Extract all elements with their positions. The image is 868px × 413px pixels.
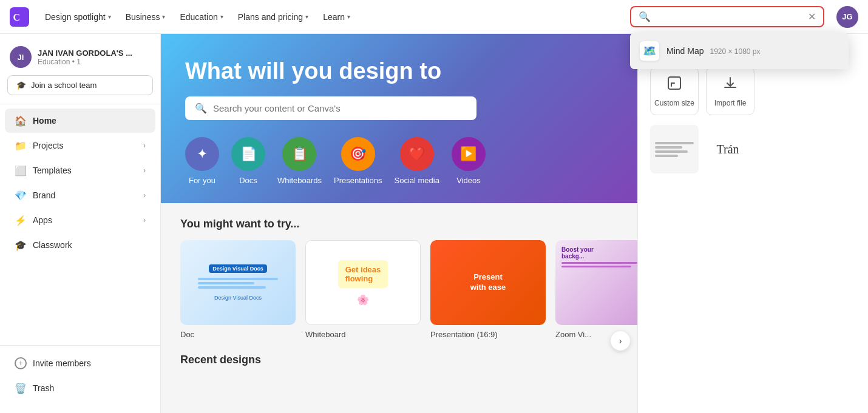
- card-whiteboard[interactable]: Get ideasflowing 🌸 Whiteboard: [305, 240, 421, 339]
- category-whiteboards[interactable]: 📋 Whiteboards: [277, 137, 322, 185]
- main-content: What will you design to 🔍 ✦ For you 📄 Do…: [161, 34, 868, 413]
- search-dropdown: 🗺️ Mind Map 1920 × 1080 px: [630, 33, 849, 69]
- chevron-right-icon: ›: [143, 216, 146, 224]
- sidebar-item-brand[interactable]: 💎 Brand ›: [5, 183, 155, 207]
- scroll-right-button[interactable]: ›: [611, 331, 630, 351]
- category-videos[interactable]: ▶️ Videos: [452, 137, 486, 185]
- nav-business[interactable]: Business ▾: [120, 8, 172, 25]
- sidebar-item-home[interactable]: 🏠 Home: [5, 109, 155, 133]
- sidebar-nav: 🏠 Home 📁 Projects › ⬜ Templates › 💎 Bran…: [0, 108, 160, 345]
- card-presentation-label: Presentation (16:9): [430, 330, 546, 339]
- panel-media-item-1[interactable]: [650, 125, 699, 173]
- nav-plans-pricing[interactable]: Plans and pricing ▾: [232, 8, 314, 25]
- avatar[interactable]: JG: [836, 6, 858, 28]
- topnav-search-area: 🔍 mind map ✕ 🗺️ Mind Map 1920 × 1080 px: [630, 6, 824, 27]
- invite-members-button[interactable]: + Invite members: [5, 351, 155, 375]
- sidebar-divider: [0, 104, 160, 104]
- search-icon: 🔍: [639, 11, 651, 22]
- sidebar-item-projects[interactable]: 📁 Projects ›: [5, 133, 155, 158]
- sidebar-item-templates[interactable]: ⬜ Templates ›: [5, 158, 155, 183]
- chevron-right-icon: ›: [143, 141, 146, 150]
- topnav: C Design spotlight ▾ Business ▾ Educatio…: [0, 0, 868, 34]
- card-doc-label: Doc: [180, 330, 296, 339]
- hero-search-input[interactable]: [213, 103, 467, 113]
- sidebar-user: JI JAN IVAN GORDOLA'S ... Education • 1: [0, 41, 160, 75]
- sidebar: JI JAN IVAN GORDOLA'S ... Education • 1 …: [0, 34, 161, 413]
- import-file-button[interactable]: Import file: [706, 67, 754, 115]
- search-suggestion-mind-map[interactable]: 🗺️ Mind Map 1920 × 1080 px: [630, 33, 849, 69]
- search-input[interactable]: mind map: [656, 12, 803, 22]
- canva-logo[interactable]: C: [10, 7, 29, 27]
- category-docs[interactable]: 📄 Docs: [231, 137, 265, 185]
- sidebar-avatar: JI: [10, 46, 32, 68]
- sidebar-item-trash[interactable]: 🗑️ Trash: [5, 376, 155, 400]
- search-box-top: 🔍 mind map ✕: [630, 6, 824, 27]
- chevron-down-icon: ▾: [347, 13, 350, 20]
- chevron-down-icon: ▾: [305, 13, 308, 20]
- graduation-cap-icon: 🎓: [16, 81, 26, 90]
- import-icon: [722, 75, 739, 95]
- custom-size-button[interactable]: Custom size: [650, 67, 699, 115]
- main-layout: JI JAN IVAN GORDOLA'S ... Education • 1 …: [0, 34, 868, 413]
- sidebar-user-name: JAN IVAN GORDOLA'S ...: [38, 49, 132, 58]
- plus-icon: +: [15, 357, 27, 369]
- folder-icon: 📁: [15, 139, 27, 152]
- chevron-right-icon: ›: [143, 191, 146, 200]
- suggestion-name: Mind Map: [666, 46, 704, 56]
- nav-design-spotlight[interactable]: Design spotlight ▾: [39, 8, 117, 25]
- right-panel: Start creating from your media Custom si…: [637, 34, 868, 413]
- category-social-media[interactable]: ❤️ Social media: [394, 137, 439, 185]
- chevron-down-icon: ▾: [108, 13, 111, 20]
- sidebar-bottom: + Invite members 🗑️ Trash: [0, 345, 160, 406]
- custom-size-icon: [666, 75, 683, 95]
- sidebar-user-sub: Education • 1: [38, 58, 132, 66]
- hero-search: 🔍: [185, 96, 476, 120]
- panel-actions: Custom size Import file: [650, 67, 856, 115]
- classwork-icon: 🎓: [15, 239, 27, 251]
- nav-learn[interactable]: Learn ▾: [317, 8, 356, 25]
- chevron-right-icon: ›: [143, 166, 146, 175]
- home-icon: 🏠: [15, 115, 27, 127]
- card-presentation[interactable]: Presentwith ease Presentation (16:9): [430, 240, 546, 339]
- apps-icon: ⚡: [15, 214, 27, 226]
- mind-map-icon: 🗺️: [640, 41, 659, 61]
- sidebar-item-classwork[interactable]: 🎓 Classwork: [5, 233, 155, 257]
- topnav-menu: Design spotlight ▾ Business ▾ Education …: [39, 8, 625, 25]
- nav-education[interactable]: Education ▾: [174, 8, 229, 25]
- panel-media-row: Trán: [650, 125, 856, 173]
- chevron-down-icon: ▾: [220, 13, 223, 20]
- join-school-team-button[interactable]: 🎓 Join a school team: [7, 75, 153, 95]
- category-presentations[interactable]: 🎯 Presentations: [334, 137, 382, 185]
- svg-text:C: C: [13, 12, 21, 22]
- search-icon: 🔍: [195, 102, 207, 114]
- panel-media-item-2[interactable]: Trán: [704, 125, 752, 173]
- card-whiteboard-label: Whiteboard: [305, 330, 421, 339]
- chevron-down-icon: ▾: [162, 13, 165, 20]
- trash-icon: 🗑️: [15, 382, 27, 394]
- clear-search-button[interactable]: ✕: [808, 12, 816, 22]
- category-for-you[interactable]: ✦ For you: [185, 137, 219, 185]
- card-doc[interactable]: Design Visual Docs Design Visual Docs Do…: [180, 240, 296, 339]
- template-icon: ⬜: [15, 164, 27, 176]
- suggestion-size: 1920 × 1080 px: [710, 47, 760, 56]
- sidebar-item-apps[interactable]: ⚡ Apps ›: [5, 208, 155, 232]
- brand-icon: 💎: [15, 189, 27, 201]
